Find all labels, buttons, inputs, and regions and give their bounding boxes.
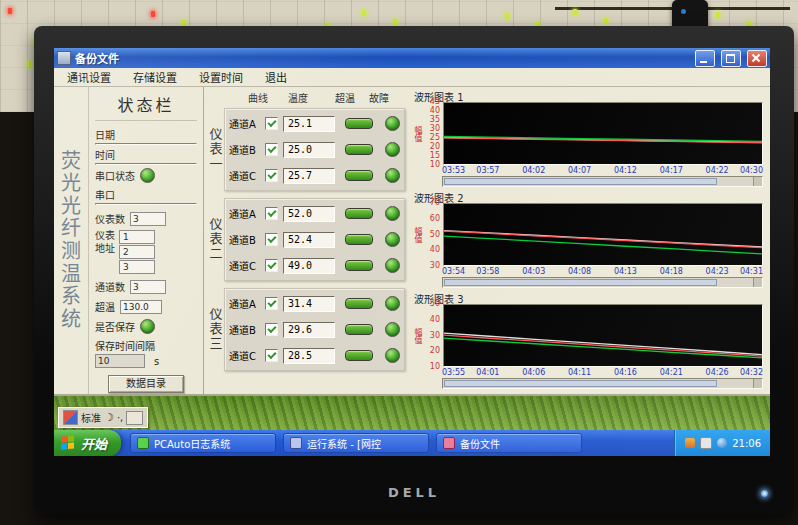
data-directory-button[interactable]: 数据目录 [108, 375, 184, 393]
x-tick-label: 03:54 [442, 267, 465, 276]
save-interval-label: 保存时间间隔 [95, 338, 197, 353]
scrollbar-thumb[interactable] [444, 178, 717, 185]
save-interval-input[interactable]: 10 [95, 354, 145, 368]
menu-item-4[interactable]: 退出 [254, 68, 298, 86]
instrument-name: 仪表三 [208, 307, 224, 352]
instrument-group-3: 仪表三通道A31.4通道B29.6通道C28.5 [208, 288, 410, 371]
y-tick-label: 50 [430, 231, 440, 239]
serial-port-select[interactable]: I/O COM9 [95, 203, 197, 205]
channel-label: 通道A [229, 206, 262, 221]
instrument-name: 仪表二 [208, 217, 224, 262]
temperature-value: 52.0 [283, 206, 335, 222]
close-icon[interactable] [747, 50, 767, 67]
maximize-icon[interactable] [721, 50, 741, 67]
taskbar: 开始 PCAuto日志系统运行系统 - [网控备份文件 21:06 [54, 430, 770, 456]
chart-scrollbar[interactable] [442, 378, 763, 389]
serial-status-label: 串口状态 [95, 168, 135, 183]
overtemp-label: 超温 [95, 299, 115, 314]
ime-fullwidth-icon[interactable]: ☽ [104, 412, 114, 423]
channel-label: 通道C [229, 258, 262, 273]
meter-count-input[interactable]: 3 [130, 212, 166, 226]
overtemp-led [345, 234, 373, 245]
x-axis: 03:5504:0104:0604:1104:1604:2104:2604:32 [442, 367, 763, 378]
system-title-char: 系 [61, 286, 81, 308]
scrollbar-thumb[interactable] [444, 279, 717, 286]
instrument-panel: 通道A52.0通道B52.4通道C49.0 [224, 198, 405, 281]
channel-count-input[interactable]: 3 [130, 280, 166, 294]
curve-checkbox[interactable] [265, 323, 278, 336]
menu-bar: 通讯设置存储设置设置时间退出 [54, 68, 770, 87]
tray-language-icon[interactable] [700, 437, 712, 449]
system-title-char: 统 [61, 309, 81, 331]
curve-checkbox[interactable] [265, 169, 278, 182]
curve-checkbox[interactable] [265, 297, 278, 310]
window-title: 备份文件 [75, 50, 689, 66]
chart-plot-area [443, 203, 763, 266]
task-app-icon [137, 437, 149, 449]
serial-port-value: COM9 [112, 203, 139, 205]
chart-scrollbar[interactable] [442, 277, 763, 288]
curve-checkbox[interactable] [265, 143, 278, 156]
tray-app-icon[interactable] [685, 438, 695, 448]
taskbar-task-1[interactable]: PCAuto日志系统 [130, 433, 276, 453]
y-tick-label: 20 [430, 143, 440, 151]
curve-checkbox[interactable] [265, 117, 278, 130]
indicator-led [505, 13, 509, 19]
temperature-value: 25.0 [283, 142, 335, 158]
meter-address-input-3[interactable]: 3 [119, 260, 155, 274]
channel-label: 通道C [229, 168, 262, 183]
indicator-led [151, 11, 155, 17]
chart-plot-area [443, 102, 763, 165]
indicator-led [393, 19, 397, 25]
curve-checkbox[interactable] [265, 349, 278, 362]
task-app-icon [443, 437, 455, 449]
x-tick-label: 04:07 [568, 166, 591, 175]
taskbar-task-3[interactable]: 备份文件 [436, 433, 582, 453]
menu-item-2[interactable]: 存储设置 [122, 68, 188, 86]
channel-row: 通道A52.0 [229, 203, 400, 224]
menu-item-1[interactable]: 通讯设置 [56, 68, 122, 86]
curve-checkbox[interactable] [265, 233, 278, 246]
channel-label: 通道B [229, 142, 262, 157]
minimize-icon[interactable] [695, 50, 715, 67]
chart-plot-area [443, 304, 763, 367]
scrollbar-thumb[interactable] [444, 380, 717, 387]
temperature-value: 29.6 [283, 322, 335, 338]
x-tick-label: 04:13 [614, 267, 637, 276]
overtemp-led [345, 324, 373, 335]
curve-checkbox[interactable] [265, 259, 278, 272]
instrument-group-2: 仪表二通道A52.0通道B52.4通道C49.0 [208, 198, 410, 281]
chart-scrollbar[interactable] [442, 176, 763, 187]
x-tick-label: 04:17 [660, 166, 683, 175]
channel-label: 通道B [229, 232, 262, 247]
overtemp-input[interactable]: 130.0 [120, 300, 162, 314]
temperature-value: 52.4 [283, 232, 335, 248]
taskbar-task-2[interactable]: 运行系统 - [网控 [283, 433, 429, 453]
ime-keyboard-icon[interactable] [126, 411, 143, 425]
fault-led [385, 168, 400, 183]
power-led [761, 490, 768, 497]
time-label: 时间 [95, 147, 197, 162]
x-tick-label: 04:03 [522, 267, 545, 276]
ime-logo-icon[interactable] [63, 410, 78, 425]
ime-mode-label[interactable]: 标准 [81, 410, 101, 425]
ime-punctuation-icon[interactable]: ·, [117, 412, 123, 423]
x-tick-label: 04:02 [522, 166, 545, 175]
menu-item-3[interactable]: 设置时间 [188, 68, 254, 86]
meter-address-input-1[interactable]: 1 [119, 230, 155, 244]
curve-checkbox[interactable] [265, 207, 278, 220]
start-button[interactable]: 开始 [54, 430, 121, 456]
tray-volume-icon[interactable] [717, 438, 727, 448]
x-tick-label: 03:53 [442, 166, 465, 175]
channel-label: 通道B [229, 322, 262, 337]
save-toggle-led[interactable] [140, 319, 155, 334]
channel-count-label: 通道数 [95, 279, 125, 294]
indicator-led [27, 61, 31, 67]
task-label: 运行系统 - [网控 [307, 436, 381, 451]
channel-headers: 曲线温度超温故障 [208, 90, 410, 104]
x-tick-label: 04:08 [568, 267, 591, 276]
indicator-led [573, 9, 577, 15]
y-axis-label: 幅值 [412, 102, 423, 165]
meter-address-input-2[interactable]: 2 [119, 245, 155, 259]
waveform-chart-2: 波形图表 2幅值304050607003:5403:5804:0304:0804… [412, 190, 763, 288]
